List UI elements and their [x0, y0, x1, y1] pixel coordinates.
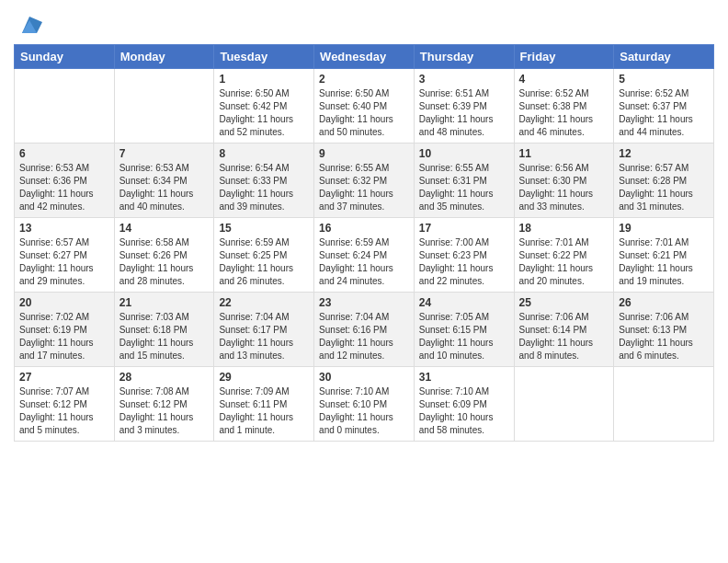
weekday-header: Thursday: [414, 45, 514, 69]
calendar-cell: 22Sunrise: 7:04 AM Sunset: 6:17 PM Dayli…: [214, 293, 314, 367]
weekday-header: Saturday: [614, 45, 714, 69]
calendar-cell: 20Sunrise: 7:02 AM Sunset: 6:19 PM Dayli…: [15, 293, 115, 367]
day-number: 4: [519, 73, 609, 86]
day-number: 8: [219, 147, 309, 160]
day-number: 21: [119, 296, 210, 309]
day-info: Sunrise: 6:59 AM Sunset: 6:24 PM Dayligh…: [319, 236, 409, 288]
day-number: 26: [619, 296, 709, 309]
calendar-cell: 6Sunrise: 6:53 AM Sunset: 6:36 PM Daylig…: [15, 144, 115, 218]
calendar-cell: 16Sunrise: 6:59 AM Sunset: 6:24 PM Dayli…: [314, 218, 415, 293]
day-number: 30: [319, 371, 409, 384]
day-info: Sunrise: 6:53 AM Sunset: 6:34 PM Dayligh…: [119, 162, 210, 213]
day-info: Sunrise: 7:07 AM Sunset: 6:12 PM Dayligh…: [19, 385, 109, 437]
calendar-cell: 1Sunrise: 6:50 AM Sunset: 6:42 PM Daylig…: [214, 69, 314, 144]
day-number: 3: [419, 73, 509, 86]
day-number: 2: [319, 73, 409, 86]
calendar-cell: 18Sunrise: 7:01 AM Sunset: 6:22 PM Dayli…: [514, 218, 614, 293]
day-number: 15: [219, 222, 309, 235]
day-info: Sunrise: 7:10 AM Sunset: 6:09 PM Dayligh…: [419, 385, 509, 437]
weekday-header: Sunday: [15, 45, 115, 69]
calendar-cell: 3Sunrise: 6:51 AM Sunset: 6:39 PM Daylig…: [414, 69, 514, 144]
page: SundayMondayTuesdayWednesdayThursdayFrid…: [0, 0, 728, 563]
calendar-cell: 13Sunrise: 6:57 AM Sunset: 6:27 PM Dayli…: [15, 218, 115, 293]
day-info: Sunrise: 6:52 AM Sunset: 6:37 PM Dayligh…: [619, 87, 709, 139]
day-number: 31: [419, 371, 509, 384]
calendar-cell: 24Sunrise: 7:05 AM Sunset: 6:15 PM Dayli…: [414, 293, 514, 367]
day-number: 16: [319, 222, 409, 235]
calendar-cell: 14Sunrise: 6:58 AM Sunset: 6:26 PM Dayli…: [114, 218, 214, 293]
day-number: 22: [219, 296, 309, 309]
day-info: Sunrise: 7:01 AM Sunset: 6:21 PM Dayligh…: [619, 236, 709, 288]
calendar-week-row: 13Sunrise: 6:57 AM Sunset: 6:27 PM Dayli…: [15, 218, 714, 293]
day-number: 14: [119, 222, 210, 235]
day-number: 29: [219, 371, 309, 384]
day-number: 6: [19, 147, 109, 160]
calendar-cell: 11Sunrise: 6:56 AM Sunset: 6:30 PM Dayli…: [514, 144, 614, 218]
calendar-cell: [114, 69, 214, 144]
calendar-cell: [614, 367, 714, 442]
logo: [14, 13, 42, 39]
day-info: Sunrise: 7:04 AM Sunset: 6:17 PM Dayligh…: [219, 311, 309, 362]
day-info: Sunrise: 7:05 AM Sunset: 6:15 PM Dayligh…: [419, 311, 509, 362]
day-info: Sunrise: 7:04 AM Sunset: 6:16 PM Dayligh…: [319, 311, 409, 362]
calendar-week-row: 27Sunrise: 7:07 AM Sunset: 6:12 PM Dayli…: [15, 367, 714, 442]
calendar-cell: 26Sunrise: 7:06 AM Sunset: 6:13 PM Dayli…: [614, 293, 714, 367]
logo-icon: [17, 13, 42, 39]
day-info: Sunrise: 7:06 AM Sunset: 6:13 PM Dayligh…: [619, 311, 709, 362]
day-number: 11: [519, 147, 609, 160]
calendar-cell: 19Sunrise: 7:01 AM Sunset: 6:21 PM Dayli…: [614, 218, 714, 293]
calendar-cell: 8Sunrise: 6:54 AM Sunset: 6:33 PM Daylig…: [214, 144, 314, 218]
calendar-cell: 10Sunrise: 6:55 AM Sunset: 6:31 PM Dayli…: [414, 144, 514, 218]
day-number: 17: [419, 222, 509, 235]
calendar-cell: 15Sunrise: 6:59 AM Sunset: 6:25 PM Dayli…: [214, 218, 314, 293]
day-number: 25: [519, 296, 609, 309]
day-info: Sunrise: 6:50 AM Sunset: 6:42 PM Dayligh…: [219, 87, 309, 139]
day-info: Sunrise: 6:51 AM Sunset: 6:39 PM Dayligh…: [419, 87, 509, 139]
calendar-cell: 9Sunrise: 6:55 AM Sunset: 6:32 PM Daylig…: [314, 144, 415, 218]
day-number: 27: [19, 371, 109, 384]
calendar-week-row: 20Sunrise: 7:02 AM Sunset: 6:19 PM Dayli…: [15, 293, 714, 367]
day-number: 13: [19, 222, 109, 235]
weekday-header: Tuesday: [214, 45, 314, 69]
calendar-cell: 5Sunrise: 6:52 AM Sunset: 6:37 PM Daylig…: [614, 69, 714, 144]
day-info: Sunrise: 6:58 AM Sunset: 6:26 PM Dayligh…: [119, 236, 210, 288]
day-number: 9: [319, 147, 409, 160]
day-number: 12: [619, 147, 709, 160]
day-number: 10: [419, 147, 509, 160]
day-number: 28: [119, 371, 210, 384]
weekday-header: Friday: [514, 45, 614, 69]
day-info: Sunrise: 6:55 AM Sunset: 6:31 PM Dayligh…: [419, 162, 509, 213]
calendar-week-row: 1Sunrise: 6:50 AM Sunset: 6:42 PM Daylig…: [15, 69, 714, 144]
day-number: 1: [219, 73, 309, 86]
day-info: Sunrise: 7:08 AM Sunset: 6:12 PM Dayligh…: [119, 385, 210, 437]
header: [14, 9, 714, 39]
day-info: Sunrise: 6:50 AM Sunset: 6:40 PM Dayligh…: [319, 87, 409, 139]
day-info: Sunrise: 7:09 AM Sunset: 6:11 PM Dayligh…: [219, 385, 309, 437]
day-number: 23: [319, 296, 409, 309]
day-number: 19: [619, 222, 709, 235]
weekday-header: Wednesday: [314, 45, 415, 69]
day-info: Sunrise: 6:59 AM Sunset: 6:25 PM Dayligh…: [219, 236, 309, 288]
day-info: Sunrise: 7:00 AM Sunset: 6:23 PM Dayligh…: [419, 236, 509, 288]
calendar-cell: 25Sunrise: 7:06 AM Sunset: 6:14 PM Dayli…: [514, 293, 614, 367]
calendar-cell: 2Sunrise: 6:50 AM Sunset: 6:40 PM Daylig…: [314, 69, 415, 144]
day-number: 24: [419, 296, 509, 309]
day-info: Sunrise: 6:53 AM Sunset: 6:36 PM Dayligh…: [19, 162, 109, 213]
day-number: 18: [519, 222, 609, 235]
day-info: Sunrise: 7:01 AM Sunset: 6:22 PM Dayligh…: [519, 236, 609, 288]
calendar-table: SundayMondayTuesdayWednesdayThursdayFrid…: [14, 44, 714, 442]
calendar-cell: 30Sunrise: 7:10 AM Sunset: 6:10 PM Dayli…: [314, 367, 415, 442]
day-number: 20: [19, 296, 109, 309]
calendar-week-row: 6Sunrise: 6:53 AM Sunset: 6:36 PM Daylig…: [15, 144, 714, 218]
day-info: Sunrise: 6:55 AM Sunset: 6:32 PM Dayligh…: [319, 162, 409, 213]
day-info: Sunrise: 7:10 AM Sunset: 6:10 PM Dayligh…: [319, 385, 409, 437]
day-info: Sunrise: 7:02 AM Sunset: 6:19 PM Dayligh…: [19, 311, 109, 362]
day-number: 7: [119, 147, 210, 160]
calendar-cell: 17Sunrise: 7:00 AM Sunset: 6:23 PM Dayli…: [414, 218, 514, 293]
calendar-cell: 28Sunrise: 7:08 AM Sunset: 6:12 PM Dayli…: [114, 367, 214, 442]
calendar-cell: 4Sunrise: 6:52 AM Sunset: 6:38 PM Daylig…: [514, 69, 614, 144]
calendar-cell: [15, 69, 115, 144]
calendar-cell: [514, 367, 614, 442]
calendar-cell: 27Sunrise: 7:07 AM Sunset: 6:12 PM Dayli…: [15, 367, 115, 442]
day-info: Sunrise: 6:57 AM Sunset: 6:28 PM Dayligh…: [619, 162, 709, 213]
